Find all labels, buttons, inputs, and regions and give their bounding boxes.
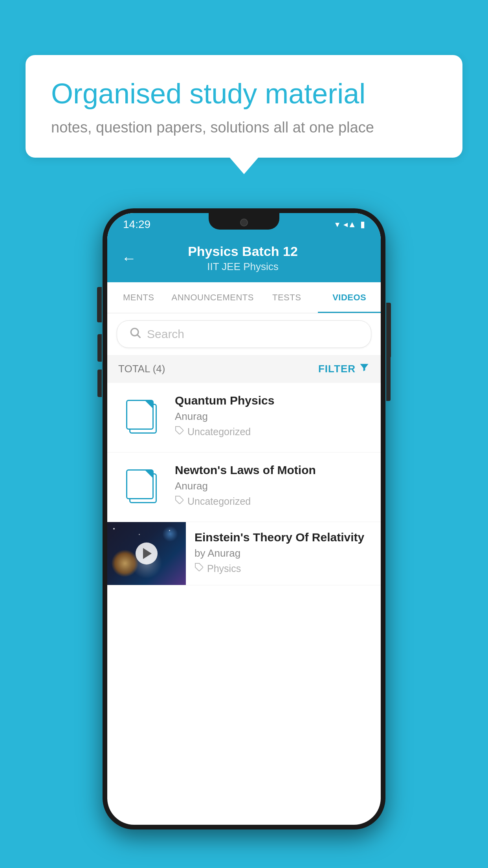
tag-text: Uncategorized bbox=[187, 496, 251, 507]
video-tag: Uncategorized bbox=[175, 495, 370, 507]
bubble-title: Organised study material bbox=[51, 77, 437, 110]
camera-dot bbox=[240, 219, 248, 226]
phone-outer: 14:29 ▾ ◂▲ ▮ ← Physics Batch 12 IIT JEE … bbox=[103, 208, 385, 829]
file-icon bbox=[126, 469, 158, 505]
video-list: Quantum Physics Anurag Uncategorized bbox=[107, 383, 381, 585]
video-tag: Physics bbox=[194, 563, 372, 574]
wifi-icon: ▾ bbox=[335, 219, 339, 230]
filter-label: FILTER bbox=[318, 363, 356, 375]
bubble-subtitle: notes, question papers, solutions all at… bbox=[51, 119, 437, 136]
search-icon bbox=[129, 326, 141, 342]
star-decoration bbox=[139, 534, 140, 535]
back-button[interactable]: ← bbox=[121, 251, 136, 266]
file-icon-front bbox=[126, 400, 154, 430]
filter-button[interactable]: FILTER bbox=[318, 362, 370, 376]
video-title: Newton's Laws of Motion bbox=[175, 463, 370, 477]
orb-decoration bbox=[111, 550, 139, 577]
video-info-1: Quantum Physics Anurag Uncategorized bbox=[175, 394, 370, 438]
video-thumbnail bbox=[107, 522, 186, 585]
status-icons: ▾ ◂▲ ▮ bbox=[335, 219, 365, 230]
phone-screen: 14:29 ▾ ◂▲ ▮ ← Physics Batch 12 IIT JEE … bbox=[107, 213, 381, 825]
svg-line-1 bbox=[138, 335, 140, 338]
play-button[interactable] bbox=[136, 542, 158, 565]
header-sub-title: IIT JEE Physics bbox=[146, 261, 340, 273]
video-title: Quantum Physics bbox=[175, 394, 370, 407]
video-info-3: Einstein's Theory Of Relativity by Anura… bbox=[186, 522, 381, 583]
status-time: 14:29 bbox=[123, 218, 150, 231]
tab-announcements[interactable]: ANNOUNCEMENTS bbox=[170, 282, 255, 313]
search-bar[interactable]: Search bbox=[117, 320, 371, 348]
filter-bar: TOTAL (4) FILTER bbox=[107, 355, 381, 383]
phone-mockup: 14:29 ▾ ◂▲ ▮ ← Physics Batch 12 IIT JEE … bbox=[103, 208, 385, 829]
video-info-2: Newton's Laws of Motion Anurag Uncategor… bbox=[175, 463, 370, 507]
orb-decoration bbox=[162, 526, 178, 542]
volume-down-button[interactable] bbox=[97, 370, 102, 397]
star-decoration bbox=[113, 528, 115, 530]
tab-tests[interactable]: TESTS bbox=[255, 282, 318, 313]
video-title: Einstein's Theory Of Relativity bbox=[194, 531, 372, 544]
video-author: Anurag bbox=[175, 410, 370, 423]
search-container: Search bbox=[107, 313, 381, 355]
volume-up-button[interactable] bbox=[97, 334, 102, 362]
tag-icon bbox=[175, 426, 184, 438]
battery-icon: ▮ bbox=[360, 219, 365, 230]
app-header: ← Physics Batch 12 IIT JEE Physics bbox=[107, 236, 381, 282]
tag-text: Physics bbox=[207, 563, 241, 574]
star-decoration bbox=[169, 530, 170, 531]
filter-icon bbox=[359, 362, 370, 376]
list-item[interactable]: Einstein's Theory Of Relativity by Anura… bbox=[107, 522, 381, 585]
header-title-group: Physics Batch 12 IIT JEE Physics bbox=[146, 244, 340, 273]
phone-notch bbox=[209, 213, 279, 230]
signal-icon: ◂▲ bbox=[343, 219, 356, 230]
tag-text: Uncategorized bbox=[187, 426, 251, 438]
header-main-title: Physics Batch 12 bbox=[146, 244, 340, 259]
video-thumb-2 bbox=[118, 463, 165, 511]
total-count: TOTAL (4) bbox=[118, 363, 165, 375]
video-author: by Anurag bbox=[194, 547, 372, 559]
svg-point-0 bbox=[131, 328, 138, 336]
tabs-bar: MENTS ANNOUNCEMENTS TESTS VIDEOS bbox=[107, 282, 381, 313]
file-icon bbox=[126, 400, 158, 435]
list-item[interactable]: Quantum Physics Anurag Uncategorized bbox=[107, 383, 381, 452]
list-item[interactable]: Newton's Laws of Motion Anurag Uncategor… bbox=[107, 452, 381, 522]
search-input[interactable]: Search bbox=[147, 327, 184, 341]
video-tag: Uncategorized bbox=[175, 426, 370, 438]
play-icon bbox=[143, 548, 152, 559]
tab-ments[interactable]: MENTS bbox=[107, 282, 170, 313]
speech-bubble: Organised study material notes, question… bbox=[26, 55, 462, 158]
tag-icon bbox=[194, 563, 204, 574]
power-button[interactable] bbox=[386, 350, 391, 401]
tag-icon bbox=[175, 495, 184, 507]
video-author: Anurag bbox=[175, 480, 370, 492]
speech-bubble-container: Organised study material notes, question… bbox=[26, 55, 462, 158]
svg-marker-2 bbox=[360, 364, 369, 371]
file-icon-front bbox=[126, 469, 154, 499]
video-thumb-1 bbox=[118, 394, 165, 441]
tab-videos[interactable]: VIDEOS bbox=[318, 282, 381, 313]
